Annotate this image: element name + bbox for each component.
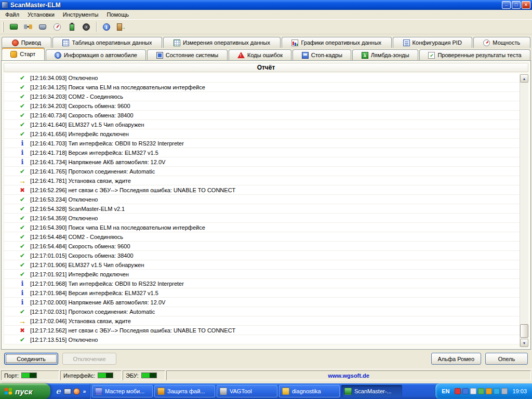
log-row[interactable]: ✔[12:16:41.656] Интерфейс подключен [4,129,520,139]
log-row[interactable]: ✔[12:16:40.734] Скорость обмена: 38400 [4,111,520,120]
disconnect-button[interactable] [21,21,35,33]
tab-label: Привод [21,39,41,46]
disconnect-button[interactable]: Отключение [62,353,116,365]
maximize-button[interactable]: □ [512,1,521,9]
media-player-icon[interactable] [73,388,80,395]
overflow-chevron-icon[interactable]: » [82,389,87,394]
log-row[interactable]: i[12:16:41.703] Тип интерфейса: OBDII to… [4,139,520,148]
tray-network-icon[interactable] [478,388,484,394]
log-text: [12:17:13.515] Отключено [30,337,98,343]
log-row[interactable]: →[12:17:02.046] Установка связи, ждите [4,316,520,326]
log-row[interactable]: ✖[12:17:12.562] нет связи с ЭБУ--> После… [4,326,520,335]
tab-live-data-table[interactable]: Таблица оперативных данных [52,37,163,48]
com-port-button[interactable] [36,21,49,33]
taskbar-task-master-mobi[interactable]: Мастер моби... [92,385,153,397]
log-row[interactable]: ✔[12:16:34.203] COM2 - Соединяюсь [4,92,520,101]
menu-item-help[interactable]: Помощь [102,10,133,19]
tray-messenger-icon[interactable] [462,388,469,394]
disconnect-icon [24,24,32,29]
menu-item-tools[interactable]: Инструменты [59,10,103,19]
gauge-button[interactable] [50,21,64,33]
log-row[interactable]: ✔[12:16:54.484] COM2 - Соединяюсь [4,232,520,242]
tray-antivirus-icon[interactable] [486,388,492,394]
log-row[interactable]: i[12:17:02.000] Напряжение АКБ автомобил… [4,298,520,307]
log-row[interactable]: ✔[12:17:01.906] ELM327 v1.5 Чип обнаруже… [4,260,520,270]
power-icon [483,39,490,46]
vertical-scrollbar[interactable]: ▲ ▼ [520,74,528,347]
info-tool-button[interactable] [100,21,113,33]
log-row[interactable]: ✔[12:16:54.359] Отключено [4,214,520,223]
quick-launch: e» [50,383,90,399]
log-row[interactable]: i[12:16:41.734] Напряжение АКБ автомобил… [4,157,520,167]
log-text: [12:16:34.125] Поиск чипа ELM на последо… [30,84,205,90]
tray-display-icon[interactable] [494,388,500,394]
close-button[interactable]: × [522,1,530,9]
window-title: ScanMaster-ELM [10,2,502,9]
taskbar-task-file-protect[interactable]: Защита фай... [154,385,215,397]
menu-item-file[interactable]: Файл [1,10,23,19]
alfa-romeo-button[interactable]: Альфа Ромео [431,353,481,365]
info-icon: i [19,289,26,297]
log-row[interactable]: ✔[12:17:02.031] Протокол соединения: Aut… [4,307,520,316]
log-row[interactable]: ✔[12:16:34.093] Отключено [4,73,520,83]
internet-explorer-icon[interactable]: e [55,387,62,395]
tray-volume-icon[interactable] [470,388,476,394]
log-row[interactable]: ✔[12:17:13.515] Отключено [4,335,520,344]
info-icon: i [19,158,26,166]
start-button[interactable]: пуск [0,383,50,399]
tab-drive[interactable]: Привод [2,37,51,48]
tab-live-data-measure[interactable]: Измерения оперативных данных [163,37,280,48]
tab-freeze-frames[interactable]: Стоп-кадры [292,49,351,60]
log-row[interactable]: ✔[12:16:34.203] Скорость обмена: 9600 [4,101,520,111]
tab-start[interactable]: Старт [2,47,45,60]
tab-pid-config[interactable]: Конфигурация PID [393,37,472,48]
log-row[interactable]: ✔[12:17:01.921] Интерфейс подключен [4,270,520,279]
tab-system-status[interactable]: Состояние системы [147,49,227,60]
exit-button[interactable] [114,21,128,33]
website-link[interactable]: www.wgsoft.de [328,373,369,379]
system-tray: EN 19:03 [435,383,532,399]
tab-vehicle-info[interactable]: Информация о автомобиле [46,49,147,60]
log-row[interactable]: ✔[12:17:01.015] Скорость обмена: 38400 [4,251,520,260]
connect-button[interactable]: Соединить [4,353,58,365]
log-row[interactable]: ✔[12:16:53.234] Отключено [4,195,520,204]
log-row[interactable]: ✔[12:16:41.765] Протокол соединения: Aut… [4,167,520,176]
connect-button[interactable] [7,21,20,33]
tab-lambda-sensors[interactable]: Лямбда-зонды [352,49,418,60]
log-row[interactable]: i[12:17:01.984] Версия интерфейса: ELM32… [4,288,520,298]
minimize-button[interactable]: _ [502,1,511,9]
taskbar-task-scanmaster[interactable]: ScanMaster-... [341,385,402,397]
report-log-list[interactable]: ✔[12:16:34.093] Отключено✔[12:16:34.125]… [4,73,520,344]
log-row[interactable]: ✔[12:16:41.640] ELM327 v1.5 Чип обнаруже… [4,120,520,129]
log-row[interactable]: ✔[12:16:34.125] Поиск чипа ELM на послед… [4,83,520,92]
log-row[interactable]: ✔[12:16:54.390] Поиск чипа ELM на послед… [4,223,520,232]
menu-item-settings[interactable]: Установки [23,10,59,19]
scrollbar-thumb[interactable] [520,324,528,338]
log-row[interactable]: ✔[12:16:54.484] Скорость обмена: 9600 [4,242,520,251]
tab-trouble-codes[interactable]: Коды ошибок [229,49,292,60]
log-row[interactable]: ✔[12:16:54.328] ScanMaster-ELM v2.1 [4,204,520,214]
check-icon: ✔ [19,130,26,138]
tray-update-icon[interactable] [501,388,508,394]
tab-power[interactable]: Мощность [473,37,530,48]
log-row[interactable]: →[12:16:41.781] Установка связи, ждите [4,176,520,185]
log-row[interactable]: i[12:16:41.718] Версия интерфейса: ELM32… [4,148,520,157]
scroll-down-button[interactable]: ▼ [520,339,528,347]
log-text: [12:17:01.984] Версия интерфейса: ELM327… [30,290,158,296]
language-indicator[interactable]: EN [442,388,451,394]
scroll-up-button[interactable]: ▲ [520,74,528,83]
opel-button[interactable]: Опель [485,353,528,365]
show-desktop-icon[interactable] [64,389,71,394]
taskbar-task-diagnostika[interactable]: diagnostika [279,385,340,397]
log-row[interactable]: ✖[12:16:52.296] нет связи с ЭБУ--> После… [4,185,520,195]
taskbar-task-vagtool[interactable]: VAGTool [217,385,277,397]
tray-pause-icon[interactable] [455,388,461,394]
check-icon: ✔ [19,215,26,222]
tab-test-results[interactable]: Проверенные результаты теста [419,49,530,60]
log-text: [12:17:01.921] Интерфейс подключен [30,271,129,277]
scanmaster-icon [344,388,352,395]
cd-button[interactable] [79,21,93,33]
log-row[interactable]: i[12:17:01.968] Тип интерфейса: OBDII to… [4,279,520,288]
tab-live-data-graphs[interactable]: Графики оперативных данных [282,37,392,48]
battery-button[interactable] [65,21,78,33]
